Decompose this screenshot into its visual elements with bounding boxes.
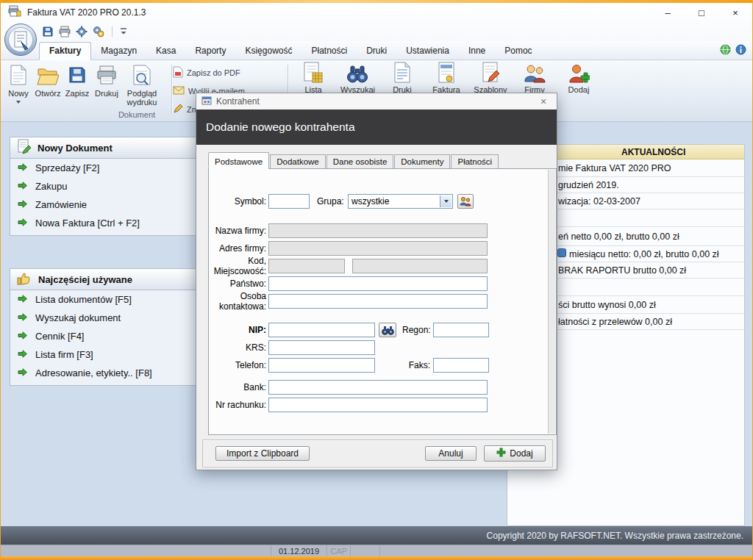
dodaj-button[interactable]: Dodaj (562, 62, 596, 94)
tab-magazyn[interactable]: Magazyn (91, 43, 146, 60)
sidebar-item-lista-dokumentow[interactable]: Lista dokumentów [F5] (10, 290, 226, 309)
osoba-kontaktowa-label: Osoba kontaktowa: (209, 291, 268, 312)
druki-button[interactable]: Druki (385, 62, 419, 94)
firmy-button[interactable]: Firmy (518, 62, 552, 94)
otworz-button[interactable]: Otwórz (33, 62, 63, 110)
symbol-input[interactable] (268, 194, 310, 209)
print-icon[interactable] (59, 26, 71, 37)
tab-dane-osobiste[interactable]: Dane osobiste (326, 154, 394, 168)
sidebar: Nowy Dokument Sprzedaży [F2] Zakupu Zamó… (10, 137, 227, 418)
tab-kasa[interactable]: Kasa (146, 43, 185, 60)
nr-rachunku-label: Nr rachunku: (209, 400, 268, 410)
anuluj-button[interactable]: Anuluj (425, 446, 477, 461)
item-label: Wyszukaj dokument (35, 312, 121, 323)
green-plus-icon (496, 448, 506, 459)
sidebar-item-wyszukaj-dokument[interactable]: Wyszukaj dokument (10, 309, 226, 327)
group-title: Nowy Dokument (38, 143, 113, 154)
binoculars-icon (346, 62, 368, 84)
tab-raporty[interactable]: Raporty (185, 43, 235, 60)
app-window: Faktura VAT 2020 PRO 20.1.3 – □ × Faktur… (0, 0, 753, 560)
dodaj-label: Dodaj (568, 85, 590, 94)
dropdown-arrow-icon[interactable] (440, 195, 452, 207)
tools-icon[interactable] (93, 26, 104, 37)
settings-gear-icon[interactable] (76, 26, 88, 37)
news-text: łatności z przelewów 0,00 zł (558, 317, 672, 327)
tab-platnosci-dialog[interactable]: Płatności (451, 154, 499, 168)
drukuj-button[interactable]: Drukuj (92, 62, 121, 110)
save-icon[interactable] (42, 26, 54, 37)
wyszukaj-button[interactable]: Wyszukaj (340, 62, 375, 94)
dialog-titlebar[interactable]: Kontrahent × (196, 93, 557, 110)
tab-dokumenty[interactable]: Dokumenty (394, 154, 450, 168)
grupa-select[interactable]: wszystkie (348, 194, 453, 209)
sidebar-item-adresowanie[interactable]: Adresowanie, etykiety.. [F8] (10, 364, 226, 382)
info-icon[interactable] (735, 44, 746, 58)
dialog-scrollbar[interactable] (548, 170, 555, 434)
faktura-button[interactable]: Faktura (429, 62, 463, 94)
telefon-input[interactable] (268, 358, 375, 373)
sidebar-item-zamowienie[interactable]: Zamówienie (10, 195, 226, 214)
import-clipboard-button[interactable]: Import z Clipboard (215, 446, 310, 461)
miejscowosc-input (352, 259, 488, 273)
green-arrow-icon (17, 312, 28, 325)
tab-pomoc[interactable]: Pomoc (495, 43, 541, 60)
sidebar-item-sprzedazy[interactable]: Sprzedaży [F2] (10, 159, 226, 177)
globe-icon[interactable] (720, 44, 731, 58)
krs-input[interactable] (268, 340, 375, 355)
invoice-list-icon (303, 62, 324, 84)
nowy-button[interactable]: Nowy (4, 62, 33, 110)
zapisz-do-pdf-button[interactable]: Zapisz do PDF (173, 63, 283, 82)
podglad-label: Podgląd wydruku (123, 89, 161, 107)
customize-toolbar-icon[interactable] (120, 27, 127, 36)
zapisz-button[interactable]: Zapisz (63, 62, 92, 110)
statusbar-panel (351, 545, 380, 556)
close-button[interactable]: × (718, 3, 752, 22)
tab-druki[interactable]: Druki (357, 43, 396, 60)
symbol-label: Symbol: (209, 196, 268, 207)
nip-input[interactable] (268, 323, 375, 337)
sidebar-item-cennik[interactable]: Cennik [F4] (10, 327, 226, 345)
sidebar-item-zakupu[interactable]: Zakupu (10, 177, 226, 195)
ribbon-separator (171, 65, 172, 114)
faks-input[interactable] (433, 358, 489, 373)
panstwo-input[interactable] (268, 276, 488, 291)
tab-inne[interactable]: Inne (459, 43, 495, 60)
thumbs-up-icon (17, 271, 32, 288)
dialog-close-button[interactable]: × (533, 95, 554, 108)
maximize-button[interactable]: □ (685, 3, 718, 22)
faks-label: Faks: (402, 360, 433, 370)
dialog-heading: Dodanie nowego kontrahenta (206, 121, 355, 134)
tab-podstawowe[interactable]: Podstawowe (208, 152, 269, 169)
item-label: Cennik [F4] (35, 331, 84, 342)
osoba-kontaktowa-input[interactable] (268, 294, 488, 309)
grupa-manage-button[interactable] (457, 194, 474, 209)
podglad-wydruku-button[interactable]: Podgląd wydruku (121, 62, 163, 110)
nazwa-firmy-label: Nazwa firmy: (209, 226, 268, 236)
news-text: grudzień 2019. (558, 180, 619, 190)
pdf-icon (173, 66, 183, 79)
nr-rachunku-input[interactable] (268, 398, 488, 412)
minimize-button[interactable]: – (651, 3, 685, 22)
tab-ksiegowosc[interactable]: Księgowość (235, 43, 301, 60)
szablony-button[interactable]: Szablony (474, 62, 507, 94)
tab-platnosci[interactable]: Płatności (301, 43, 357, 60)
zapisz-label: Zapisz (65, 89, 89, 98)
lista-button[interactable]: Lista (296, 62, 330, 94)
new-document-icon (10, 65, 27, 87)
tab-faktury[interactable]: Faktury (39, 42, 91, 60)
regon-input[interactable] (433, 323, 489, 337)
item-label: Lista dokumentów [F5] (35, 294, 132, 305)
dodaj-button-label: Dodaj (510, 448, 532, 459)
sidebar-item-nowa-faktura[interactable]: Nowa Faktura [Ctrl + F2] (10, 214, 226, 232)
document-icon (393, 62, 411, 84)
copyright-text: Copyright 2020 by RAFSOFT.NET. Wszystkie… (487, 531, 743, 541)
krs-label: KRS: (209, 342, 268, 353)
sidebar-item-lista-firm[interactable]: Lista firm [F3] (10, 345, 226, 364)
tab-dodatkowe[interactable]: Dodatkowe (270, 154, 326, 168)
nip-search-button[interactable] (379, 323, 396, 337)
news-title: AKTUALNOŚCI (621, 147, 685, 157)
green-arrow-icon (17, 198, 28, 212)
tab-ustawienia[interactable]: Ustawienia (396, 43, 459, 60)
bank-input[interactable] (268, 380, 488, 395)
dodaj-submit-button[interactable]: Dodaj (484, 445, 546, 462)
